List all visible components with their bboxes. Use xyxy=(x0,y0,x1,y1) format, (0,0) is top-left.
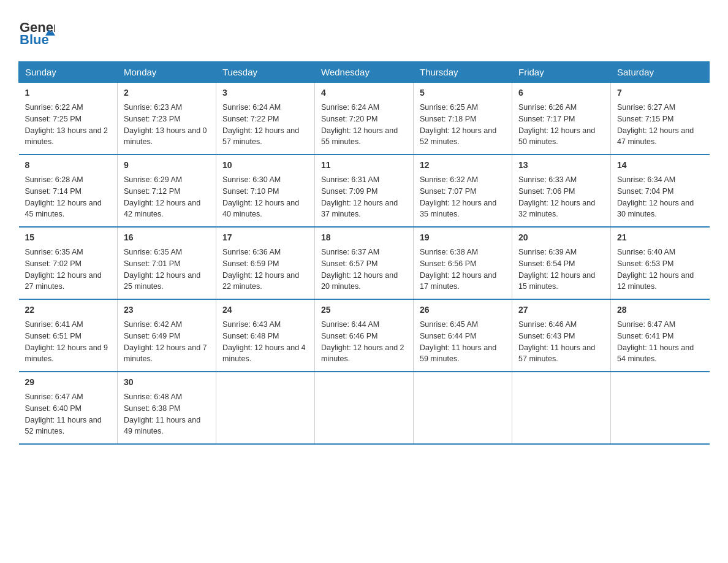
calendar-cell: 6Sunrise: 6:26 AMSunset: 7:17 PMDaylight… xyxy=(512,83,611,155)
daylight-text: Daylight: 12 hours and 40 minutes. xyxy=(222,199,299,219)
day-number: 14 xyxy=(617,159,703,172)
daylight-text: Daylight: 12 hours and 42 minutes. xyxy=(124,199,200,219)
sunset-text: Sunset: 7:22 PM xyxy=(222,115,279,123)
day-number: 2 xyxy=(124,86,210,99)
day-number: 26 xyxy=(420,304,506,316)
daylight-text: Daylight: 12 hours and 9 minutes. xyxy=(25,343,108,364)
sunset-text: Sunset: 6:46 PM xyxy=(321,332,377,340)
daylight-text: Daylight: 11 hours and 49 minutes. xyxy=(124,416,200,436)
sunrise-text: Sunrise: 6:36 AM xyxy=(222,248,281,256)
sunset-text: Sunset: 6:43 PM xyxy=(518,332,575,340)
week-row-5: 29Sunrise: 6:47 AMSunset: 6:40 PMDayligh… xyxy=(19,372,710,444)
sunrise-text: Sunrise: 6:32 AM xyxy=(420,175,478,184)
day-number: 6 xyxy=(518,86,604,99)
daylight-text: Daylight: 12 hours and 30 minutes. xyxy=(617,199,694,219)
daylight-text: Daylight: 11 hours and 54 minutes. xyxy=(617,343,694,364)
calendar-cell: 14Sunrise: 6:34 AMSunset: 7:04 PMDayligh… xyxy=(611,155,710,227)
calendar-cell: 15Sunrise: 6:35 AMSunset: 7:02 PMDayligh… xyxy=(19,227,118,299)
sunrise-text: Sunrise: 6:47 AM xyxy=(617,320,675,329)
day-number: 19 xyxy=(420,231,506,244)
calendar-cell: 23Sunrise: 6:42 AMSunset: 6:49 PMDayligh… xyxy=(118,299,216,372)
calendar-cell: 13Sunrise: 6:33 AMSunset: 7:06 PMDayligh… xyxy=(512,155,611,227)
daylight-text: Daylight: 12 hours and 20 minutes. xyxy=(321,271,398,291)
sunrise-text: Sunrise: 6:35 AM xyxy=(124,248,182,256)
sunset-text: Sunset: 7:15 PM xyxy=(617,115,673,123)
calendar-table: SundayMondayTuesdayWednesdayThursdayFrid… xyxy=(18,61,710,445)
sunrise-text: Sunrise: 6:24 AM xyxy=(321,103,379,112)
calendar-cell: 7Sunrise: 6:27 AMSunset: 7:15 PMDaylight… xyxy=(611,83,710,155)
sunrise-text: Sunrise: 6:37 AM xyxy=(321,248,379,256)
calendar-cell: 26Sunrise: 6:45 AMSunset: 6:44 PMDayligh… xyxy=(414,299,512,372)
day-number: 10 xyxy=(222,159,308,172)
sunrise-text: Sunrise: 6:28 AM xyxy=(25,175,83,184)
calendar-cell: 9Sunrise: 6:29 AMSunset: 7:12 PMDaylight… xyxy=(118,155,216,227)
day-number: 29 xyxy=(25,376,112,389)
daylight-text: Daylight: 12 hours and 2 minutes. xyxy=(321,343,404,364)
calendar-cell: 20Sunrise: 6:39 AMSunset: 6:54 PMDayligh… xyxy=(512,227,611,299)
sunset-text: Sunset: 7:20 PM xyxy=(321,115,377,123)
calendar-cell: 16Sunrise: 6:35 AMSunset: 7:01 PMDayligh… xyxy=(118,227,216,299)
sunset-text: Sunset: 6:56 PM xyxy=(420,259,476,268)
daylight-text: Daylight: 12 hours and 57 minutes. xyxy=(222,126,299,147)
daylight-text: Daylight: 12 hours and 15 minutes. xyxy=(518,271,595,291)
daylight-text: Daylight: 11 hours and 59 minutes. xyxy=(420,343,496,364)
sunrise-text: Sunrise: 6:25 AM xyxy=(420,103,478,112)
week-row-1: 1Sunrise: 6:22 AMSunset: 7:25 PMDaylight… xyxy=(19,83,710,155)
sunrise-text: Sunrise: 6:23 AM xyxy=(124,103,182,112)
day-number: 8 xyxy=(25,159,112,172)
sunrise-text: Sunrise: 6:35 AM xyxy=(25,248,83,256)
day-number: 15 xyxy=(25,231,112,244)
daylight-text: Daylight: 12 hours and 32 minutes. xyxy=(518,199,595,219)
daylight-text: Daylight: 12 hours and 12 minutes. xyxy=(617,271,694,291)
sunset-text: Sunset: 6:51 PM xyxy=(25,332,82,340)
daylight-text: Daylight: 12 hours and 25 minutes. xyxy=(124,271,200,291)
svg-text:Blue: Blue xyxy=(20,32,49,47)
calendar-cell: 19Sunrise: 6:38 AMSunset: 6:56 PMDayligh… xyxy=(414,227,512,299)
day-number: 22 xyxy=(25,304,112,316)
calendar-cell: 5Sunrise: 6:25 AMSunset: 7:18 PMDaylight… xyxy=(414,83,512,155)
calendar-cell: 21Sunrise: 6:40 AMSunset: 6:53 PMDayligh… xyxy=(611,227,710,299)
sunrise-text: Sunrise: 6:39 AM xyxy=(518,248,577,256)
sunrise-text: Sunrise: 6:42 AM xyxy=(124,320,182,329)
sunset-text: Sunset: 7:23 PM xyxy=(124,115,180,123)
daylight-text: Daylight: 12 hours and 45 minutes. xyxy=(25,199,102,219)
day-number: 3 xyxy=(222,86,308,99)
daylight-text: Daylight: 12 hours and 22 minutes. xyxy=(222,271,299,291)
sunset-text: Sunset: 6:38 PM xyxy=(124,404,180,413)
sunset-text: Sunset: 7:06 PM xyxy=(518,187,575,196)
sunrise-text: Sunrise: 6:38 AM xyxy=(420,248,478,256)
sunrise-text: Sunrise: 6:45 AM xyxy=(420,320,478,329)
logo: General Blue xyxy=(18,12,55,49)
week-row-2: 8Sunrise: 6:28 AMSunset: 7:14 PMDaylight… xyxy=(19,155,710,227)
sunset-text: Sunset: 7:09 PM xyxy=(321,187,377,196)
weekday-header-wednesday: Wednesday xyxy=(315,62,414,83)
sunset-text: Sunset: 6:57 PM xyxy=(321,259,377,268)
calendar-cell: 3Sunrise: 6:24 AMSunset: 7:22 PMDaylight… xyxy=(216,83,315,155)
day-number: 1 xyxy=(25,86,112,99)
week-row-3: 15Sunrise: 6:35 AMSunset: 7:02 PMDayligh… xyxy=(19,227,710,299)
sunrise-text: Sunrise: 6:30 AM xyxy=(222,175,281,184)
day-number: 23 xyxy=(124,304,210,316)
day-number: 25 xyxy=(321,304,407,316)
page-header: General Blue xyxy=(18,12,710,49)
weekday-header-row: SundayMondayTuesdayWednesdayThursdayFrid… xyxy=(19,62,710,83)
sunrise-text: Sunrise: 6:47 AM xyxy=(25,393,83,401)
sunset-text: Sunset: 6:59 PM xyxy=(222,259,279,268)
sunrise-text: Sunrise: 6:29 AM xyxy=(124,175,182,184)
calendar-cell: 1Sunrise: 6:22 AMSunset: 7:25 PMDaylight… xyxy=(19,83,118,155)
sunset-text: Sunset: 6:48 PM xyxy=(222,332,279,340)
day-number: 28 xyxy=(617,304,703,316)
daylight-text: Daylight: 12 hours and 35 minutes. xyxy=(420,199,496,219)
sunset-text: Sunset: 6:40 PM xyxy=(25,404,82,413)
calendar-cell xyxy=(414,372,512,444)
calendar-cell: 30Sunrise: 6:48 AMSunset: 6:38 PMDayligh… xyxy=(118,372,216,444)
calendar-cell: 12Sunrise: 6:32 AMSunset: 7:07 PMDayligh… xyxy=(414,155,512,227)
daylight-text: Daylight: 12 hours and 7 minutes. xyxy=(124,343,207,364)
calendar-cell: 25Sunrise: 6:44 AMSunset: 6:46 PMDayligh… xyxy=(315,299,414,372)
daylight-text: Daylight: 12 hours and 47 minutes. xyxy=(617,126,694,147)
sunset-text: Sunset: 7:04 PM xyxy=(617,187,673,196)
daylight-text: Daylight: 13 hours and 0 minutes. xyxy=(124,126,207,147)
weekday-header-sunday: Sunday xyxy=(19,62,118,83)
daylight-text: Daylight: 12 hours and 17 minutes. xyxy=(420,271,496,291)
sunrise-text: Sunrise: 6:41 AM xyxy=(25,320,83,329)
